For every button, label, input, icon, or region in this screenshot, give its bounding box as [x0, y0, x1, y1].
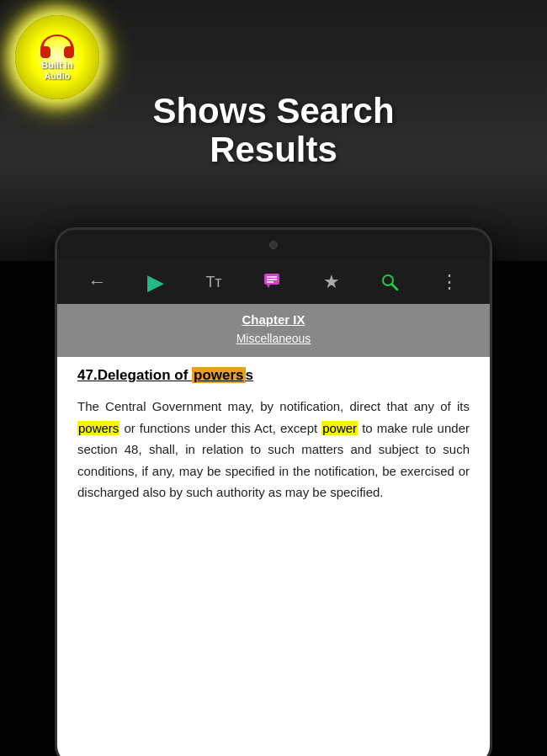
top-section: Built in Audio Shows Search Results: [0, 0, 547, 261]
comment-button[interactable]: [263, 273, 282, 291]
body-start: The Central Government may, by notificat…: [77, 399, 470, 413]
font-button[interactable]: Tт: [205, 274, 221, 291]
chapter-title: Chapter IX: [57, 312, 490, 327]
search-button[interactable]: [380, 273, 399, 291]
back-button[interactable]: ←: [88, 271, 106, 293]
body-paragraph: The Central Government may, by notificat…: [77, 396, 470, 503]
badge-text: Built in Audio: [41, 60, 72, 82]
toolbar: ← ▶ Tт ★ ⋮: [57, 260, 490, 304]
section-number: 47.: [77, 367, 98, 383]
content-body: 47.Delegation of powerss The Central Gov…: [57, 357, 490, 514]
play-button[interactable]: ▶: [147, 269, 164, 295]
more-button[interactable]: ⋮: [440, 271, 459, 293]
tablet-device: ← ▶ Tт ★ ⋮ Chapter IX Miscellaneou: [55, 227, 492, 756]
heading-highlight: powers: [192, 367, 246, 383]
power-highlight-2: power: [321, 421, 358, 435]
headphone-icon: [39, 33, 76, 60]
chapter-header: Chapter IX Miscellaneous: [57, 304, 490, 357]
content-area: Chapter IX Miscellaneous 47.Delegation o…: [57, 304, 490, 756]
body-mid1: or functions under this Act, except: [119, 421, 321, 435]
section-heading: 47.Delegation of powerss: [77, 367, 470, 384]
heading-plain: Delegation of: [98, 367, 192, 383]
chapter-subtitle: Miscellaneous: [57, 332, 490, 345]
page-title: Shows Search Results: [152, 92, 394, 169]
svg-line-6: [392, 285, 398, 290]
audio-badge: Built in Audio: [15, 15, 99, 99]
tablet-top-bar: [57, 230, 490, 260]
powers-highlight-1: powers: [77, 421, 119, 435]
camera-dot: [269, 241, 278, 249]
svg-marker-1: [267, 285, 270, 288]
star-button[interactable]: ★: [323, 271, 340, 293]
